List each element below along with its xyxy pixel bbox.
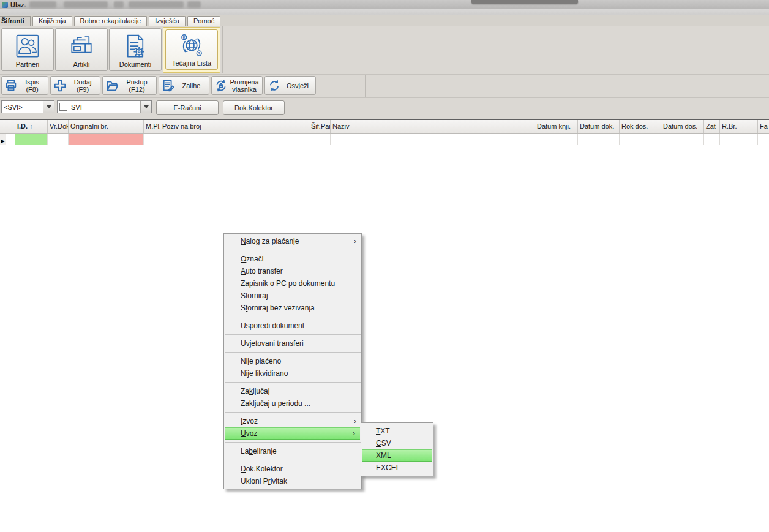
menu-item-auto-transfer[interactable]: Auto transfer	[224, 265, 361, 277]
ispis-label: Ispis (F8)	[19, 78, 45, 93]
refresh-icon	[268, 79, 281, 92]
menu-separator	[225, 412, 361, 413]
open-folder-icon	[105, 79, 119, 92]
grid-header-originalni-br[interactable]: Originalni br.	[69, 120, 144, 133]
grid-header-mpl[interactable]: M.Pl.	[144, 120, 160, 133]
dropdown-arrow-icon[interactable]	[43, 101, 54, 113]
tecajna-lista-button[interactable]: K $ Tečajna Lista	[165, 29, 218, 70]
action-toolbar: Ispis (F8) Dodaj (F9) Pristup (F12) Zali…	[0, 75, 769, 98]
menu-item-ukloni-privitak[interactable]: Ukloni Privitak	[224, 475, 361, 487]
menu-separator	[225, 334, 361, 335]
menu-item-zapisnik-o-pc[interactable]: Zapisnik o PC po dokumentu	[224, 277, 361, 290]
menu-item-zakljucaj[interactable]: Zaključaj	[224, 385, 361, 397]
change-owner-icon	[214, 79, 228, 92]
tecajna-lista-label: Tečajna Lista	[172, 59, 211, 67]
grid-header-fa[interactable]: Fa	[758, 120, 769, 133]
dokumenti-label: Dokumenti	[119, 61, 152, 68]
partneri-button[interactable]: Partneri	[1, 28, 54, 71]
print-icon	[4, 79, 18, 92]
redacted-title-text	[64, 1, 108, 8]
tab-pomoc[interactable]: Pomoć	[187, 16, 220, 26]
filter-combo-value: <SVI>	[2, 103, 43, 111]
submenu-item-excel[interactable]: EXCEL	[361, 462, 433, 474]
osvjezi-button[interactable]: Osvježi	[264, 76, 316, 95]
menu-separator	[225, 352, 361, 353]
grid-header-id[interactable]: I.D. ↑	[15, 120, 48, 133]
window-title: Ulaz-	[10, 1, 26, 9]
menu-item-dok-kolektor[interactable]: Dok.Kolektor	[224, 463, 361, 475]
promjena-vlasnika-button[interactable]: Promjena vlasnika	[211, 76, 263, 95]
submenu-arrow-icon: ›	[354, 417, 356, 425]
submenu-item-csv[interactable]: CSV	[361, 437, 433, 449]
partneri-label: Partneri	[16, 61, 40, 68]
grid-header-naziv[interactable]: Naziv	[331, 120, 535, 133]
grid-header-datum-dok[interactable]: Datum dok.	[578, 120, 620, 133]
titlebar-lower-strip	[0, 9, 769, 15]
app-icon	[2, 2, 8, 8]
submenu-arrow-icon: ›	[354, 237, 356, 245]
main-toolbar: Partneri Artikli Dokumenti	[0, 26, 769, 75]
menu-item-nije-likvidirano[interactable]: Nije likvidirano	[224, 367, 361, 380]
dokumenti-button[interactable]: Dokumenti	[109, 28, 162, 71]
submenu-item-xml[interactable]: XML	[362, 449, 432, 462]
redacted-title-text	[29, 1, 56, 8]
uvoz-submenu: TXT CSV XML EXCEL	[361, 422, 433, 476]
grid-header-selector-col	[6, 120, 15, 133]
menu-item-usporedi-dokument[interactable]: Usporedi dokument	[224, 320, 361, 332]
menu-item-zakljucaj-u-periodu[interactable]: Zaključaj u periodu ...	[224, 397, 361, 410]
eracuni-button[interactable]: E-Računi	[156, 100, 219, 115]
tecajna-lista-highlight: K $ Tečajna Lista	[163, 27, 220, 73]
grid-header-zat[interactable]: Zat	[704, 120, 720, 133]
dodaj-button[interactable]: Dodaj (F9)	[50, 76, 100, 95]
filter-bar: <SVI> SVI E-Računi Dok.Kolektor	[0, 98, 769, 119]
menu-item-storniraj[interactable]: Storniraj	[224, 290, 361, 302]
grid-header-marker-col	[0, 120, 6, 133]
svi-checkbox[interactable]	[59, 103, 67, 111]
menu-item-nije-placeno[interactable]: Nije plaćeno	[224, 355, 361, 367]
dokkolektor-button[interactable]: Dok.Kolektor	[223, 100, 285, 115]
tab-robne-rekapitulacije[interactable]: Robne rekapitulacije	[74, 16, 148, 26]
menu-item-uvoz[interactable]: Uvoz ›	[225, 427, 360, 440]
grid-header-rok-dos[interactable]: Rok dos.	[620, 120, 661, 133]
grid-header-vrdok[interactable]: Vr.Dok.	[48, 120, 69, 133]
menu-tab-bar: Šifranti Knjiženja Robne rekapitulacije …	[0, 15, 769, 26]
ispis-button[interactable]: Ispis (F8)	[1, 76, 48, 95]
menu-separator	[225, 460, 361, 460]
menu-item-labeliranje[interactable]: Labeliranje	[224, 445, 361, 457]
redacted-title-text	[129, 1, 184, 8]
grid-header-sifpar[interactable]: Šif.Par.	[309, 120, 331, 133]
pristup-button[interactable]: Pristup (F12)	[102, 76, 157, 95]
menu-separator	[225, 442, 361, 443]
articles-icon	[69, 33, 94, 59]
zalihe-button[interactable]: Zalihe	[159, 76, 209, 95]
redacted-title-text	[187, 1, 201, 8]
menu-item-uvjetovani-transferi[interactable]: Uvjetovani transferi	[224, 337, 361, 350]
filter-combo-checkbox-svi[interactable]: SVI	[57, 100, 152, 113]
grid-header-datum-knji[interactable]: Datum knji.	[535, 120, 578, 133]
dropdown-arrow-icon[interactable]	[140, 101, 151, 113]
menu-item-nalog-za-placanje[interactable]: Nalog za plaćanje ›	[224, 235, 361, 247]
menu-item-storniraj-bez-vezivanja[interactable]: Storniraj bez vezivanja	[224, 302, 361, 314]
grid-header-datum-dos[interactable]: Datum dos.	[661, 120, 704, 133]
menu-item-izvoz[interactable]: Izvoz ›	[224, 415, 361, 427]
context-menu: Nalog za plaćanje › Označi Auto transfer…	[223, 233, 362, 489]
redacted-title-text	[114, 1, 124, 8]
pristup-label: Pristup (F12)	[120, 78, 154, 93]
grid-header-rbr[interactable]: R.Br.	[720, 120, 758, 133]
svi-checkbox-label: SVI	[69, 103, 140, 111]
tab-izvjesca[interactable]: Izvješća	[149, 16, 186, 26]
menu-separator	[225, 382, 361, 383]
artikli-button[interactable]: Artikli	[55, 28, 108, 71]
grid-header-row: I.D. ↑ Vr.Dok. Originalni br. M.Pl. Pozi…	[0, 120, 769, 134]
svg-text:$: $	[198, 51, 201, 55]
submenu-item-txt[interactable]: TXT	[361, 425, 433, 437]
sort-asc-icon: ↑	[29, 122, 33, 130]
filter-combo-svi[interactable]: <SVI>	[1, 100, 54, 113]
tab-sifranti[interactable]: Šifranti	[0, 16, 31, 26]
promjena-vlasnika-label: Promjena vlasnika	[229, 78, 260, 93]
tab-knjizenja[interactable]: Knjiženja	[32, 16, 72, 26]
menu-item-oznaci[interactable]: Označi	[224, 253, 361, 265]
artikli-label: Artikli	[73, 61, 90, 68]
grid-header-poziv-na-broj[interactable]: Poziv na broj	[160, 120, 309, 133]
redacted-overlay-bar	[471, 0, 578, 4]
